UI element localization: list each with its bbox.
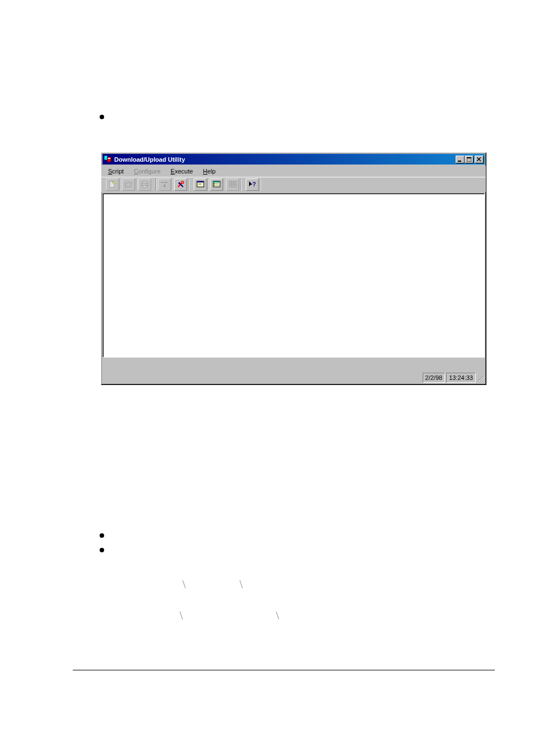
svg-rect-16 <box>163 182 165 183</box>
bullet <box>100 548 104 552</box>
status-time: 13:24:33 <box>446 373 476 383</box>
svg-rect-22 <box>179 182 180 184</box>
svg-rect-13 <box>142 183 148 186</box>
app-window: Download/Upload Utility Script Configure… <box>101 152 486 385</box>
svg-rect-17 <box>166 182 167 183</box>
backslash-mark: \ <box>276 609 279 622</box>
svg-rect-30 <box>214 185 215 186</box>
svg-point-10 <box>113 181 115 184</box>
svg-point-20 <box>181 181 184 184</box>
svg-rect-5 <box>467 157 471 158</box>
titlebar[interactable]: Download/Upload Utility <box>102 154 485 165</box>
menubar: Script Configure Execute Help <box>101 166 486 177</box>
svg-rect-0 <box>104 156 107 160</box>
svg-rect-3 <box>458 161 461 162</box>
window-title: Download/Upload Utility <box>114 156 456 163</box>
backslash-mark: \ <box>180 609 183 622</box>
backslash-mark: \ <box>240 578 243 591</box>
svg-text:?: ? <box>252 181 256 187</box>
svg-rect-28 <box>213 181 220 182</box>
download-button <box>158 179 171 191</box>
client-area <box>102 193 485 358</box>
printer-icon <box>140 180 149 189</box>
list-window-icon <box>212 180 221 189</box>
open-button <box>122 179 135 191</box>
maximize-button[interactable] <box>465 156 474 163</box>
svg-rect-15 <box>161 182 163 183</box>
bullet <box>100 115 104 119</box>
menu-help[interactable]: Help <box>199 167 221 176</box>
svg-rect-29 <box>214 183 215 184</box>
window-controls <box>456 156 484 163</box>
svg-rect-33 <box>229 181 236 187</box>
new-document-icon <box>108 180 117 189</box>
document-window-icon <box>196 180 205 189</box>
context-help-button[interactable]: ? <box>246 179 259 191</box>
download-arrows-icon <box>160 180 169 189</box>
context-help-icon: ? <box>248 180 257 189</box>
statusbar: 2/2/98 13:24:33 <box>102 372 485 383</box>
view-document-button[interactable] <box>194 179 207 191</box>
status-date: 2/2/98 <box>423 373 446 383</box>
resize-grip[interactable] <box>476 373 485 383</box>
menu-execute[interactable]: Execute <box>166 167 198 176</box>
grid-window-icon <box>228 180 237 189</box>
menu-configure: Configure <box>129 167 165 176</box>
minimize-button[interactable] <box>456 156 465 163</box>
svg-rect-14 <box>143 186 147 187</box>
toolbar: ? <box>101 177 486 192</box>
menu-script[interactable]: Script <box>104 167 128 176</box>
svg-rect-24 <box>197 181 204 182</box>
execute-button[interactable] <box>174 179 187 191</box>
svg-line-44 <box>483 381 483 381</box>
svg-rect-2 <box>108 158 110 159</box>
horizontal-rule <box>73 670 495 670</box>
close-button[interactable] <box>475 156 484 163</box>
new-button <box>106 179 119 191</box>
grip-icon <box>477 375 484 382</box>
print-button <box>138 179 151 191</box>
backslash-mark: \ <box>182 578 186 591</box>
view-grid-button <box>226 179 239 191</box>
svg-marker-18 <box>163 184 166 187</box>
open-folder-icon <box>124 180 133 189</box>
bullet <box>100 533 104 538</box>
tools-icon <box>176 180 185 189</box>
svg-marker-11 <box>125 182 132 187</box>
app-icon <box>104 155 113 164</box>
view-list-button[interactable] <box>210 179 223 191</box>
